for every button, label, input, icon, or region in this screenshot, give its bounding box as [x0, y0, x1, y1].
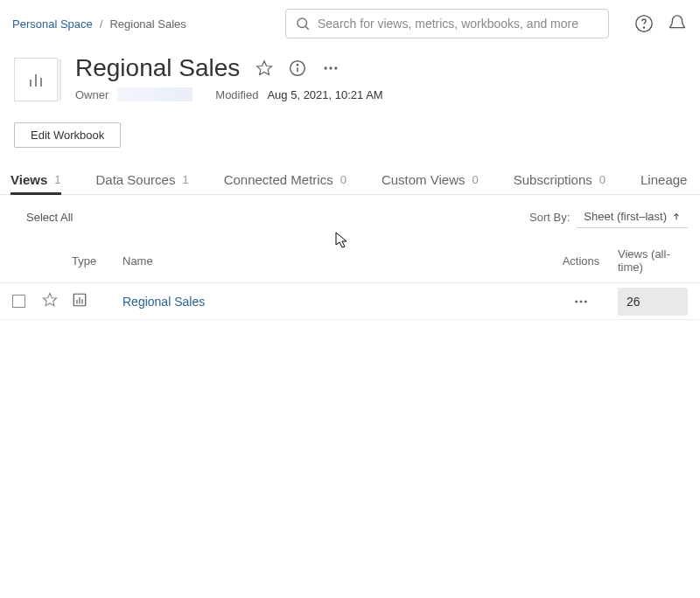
row-favorite-toggle[interactable] [42, 292, 72, 310]
row-name-link[interactable]: Regional Sales [122, 295, 205, 309]
svg-point-21 [580, 300, 583, 302]
svg-point-22 [584, 300, 587, 302]
bar-chart-icon [25, 69, 46, 90]
breadcrumb-current: Regional Sales [109, 17, 186, 31]
workbook-thumbnail [14, 58, 58, 101]
search-container[interactable] [285, 9, 609, 38]
more-horizontal-icon [573, 294, 589, 309]
tab-label: Views [10, 172, 47, 187]
modified-value: Aug 5, 2021, 10:21 AM [267, 88, 382, 101]
tab-count: 0 [599, 173, 606, 186]
tab-connected-metrics[interactable]: Connected Metrics 0 [224, 165, 346, 194]
more-horizontal-icon [322, 59, 340, 77]
tab-label: Data Sources [96, 172, 176, 187]
column-header-actions: Actions [544, 254, 618, 268]
tab-count: 1 [54, 173, 60, 186]
table-header: Type Name Actions Views (all-time) [0, 239, 700, 283]
row-actions-button[interactable] [544, 294, 618, 309]
svg-point-10 [298, 65, 298, 66]
view-type-icon [72, 292, 88, 308]
tab-count: 0 [472, 173, 479, 186]
column-header-views[interactable]: Views (all-time) [618, 247, 688, 274]
svg-point-3 [643, 27, 644, 28]
search-icon [295, 16, 311, 31]
svg-marker-7 [257, 61, 272, 75]
edit-workbook-button[interactable]: Edit Workbook [14, 122, 121, 148]
star-icon [42, 292, 58, 308]
tab-custom-views[interactable]: Custom Views 0 [382, 165, 479, 194]
tab-lineage[interactable]: Lineage [640, 165, 687, 194]
sort-by-label: Sort By: [529, 211, 570, 224]
tab-subscriptions[interactable]: Subscriptions 0 [514, 165, 606, 194]
tab-label: Connected Metrics [224, 172, 333, 187]
search-input[interactable] [318, 17, 599, 31]
more-actions-button[interactable] [322, 59, 340, 77]
tab-count: 1 [182, 173, 188, 186]
tabs-row: Views 1 Data Sources 1 Connected Metrics… [0, 165, 700, 195]
column-header-type[interactable]: Type [72, 254, 122, 268]
breadcrumb-separator: / [100, 17, 103, 31]
star-icon [256, 59, 273, 77]
tab-label: Lineage [640, 172, 687, 187]
modified-label: Modified [215, 88, 258, 101]
top-bar: Personal Space / Regional Sales [0, 0, 700, 47]
info-button[interactable] [289, 59, 306, 77]
help-icon[interactable] [634, 13, 654, 34]
column-header-name[interactable]: Name [122, 254, 544, 268]
sort-arrow-up-icon [672, 212, 681, 221]
favorite-toggle[interactable] [256, 59, 273, 77]
page-title: Regional Sales [75, 54, 240, 82]
toolbar-row: Select All Sort By: Sheet (first–last) [0, 195, 700, 239]
info-icon [289, 59, 306, 77]
actions-row: Edit Workbook [0, 101, 700, 165]
meta-row: Owner Modified Aug 5, 2021, 10:21 AM [75, 87, 383, 101]
table-row: Regional Sales 26 [0, 283, 700, 320]
svg-point-13 [335, 66, 338, 69]
svg-point-0 [298, 18, 307, 28]
svg-point-12 [330, 66, 332, 69]
owner-value-redacted [117, 87, 192, 101]
breadcrumb-root[interactable]: Personal Space [12, 17, 93, 31]
tab-views[interactable]: Views 1 [10, 165, 61, 194]
row-checkbox[interactable] [12, 295, 25, 308]
tab-count: 0 [340, 173, 346, 186]
svg-point-20 [575, 300, 578, 302]
svg-line-1 [305, 26, 308, 29]
select-all-button[interactable]: Select All [26, 211, 73, 224]
header-area: Regional Sales [0, 47, 700, 101]
tab-label: Subscriptions [514, 172, 592, 187]
sort-value: Sheet (first–last) [584, 210, 667, 223]
breadcrumb: Personal Space / Regional Sales [12, 17, 186, 31]
tab-label: Custom Views [382, 172, 466, 187]
svg-marker-15 [44, 294, 57, 306]
tab-data-sources[interactable]: Data Sources 1 [96, 165, 189, 194]
sort-dropdown[interactable]: Sheet (first–last) [577, 205, 688, 228]
owner-label: Owner [75, 88, 108, 101]
svg-point-11 [325, 66, 327, 69]
notifications-icon[interactable] [667, 13, 688, 34]
row-views-value: 26 [618, 288, 688, 316]
